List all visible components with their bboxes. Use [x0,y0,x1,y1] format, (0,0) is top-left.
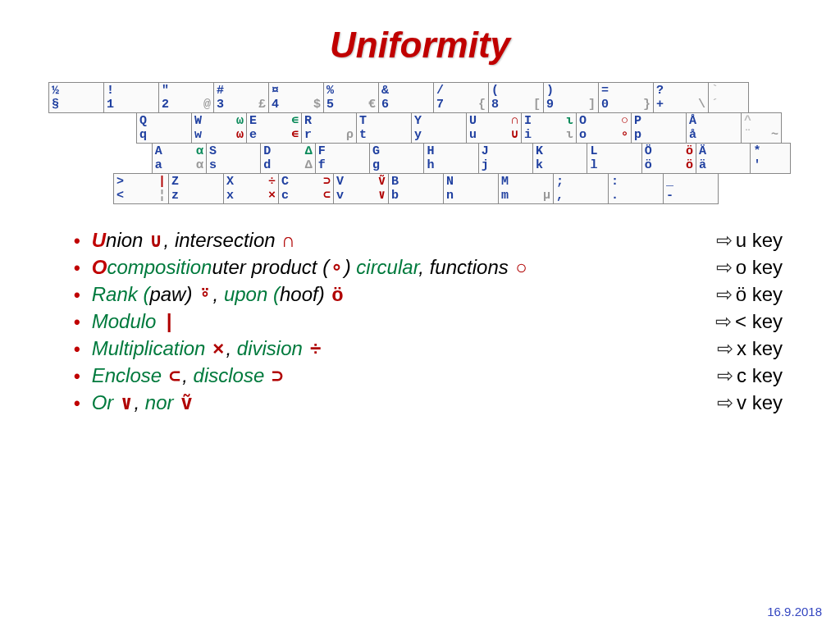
key-c: C⊃c⊂ [278,173,334,204]
key-x: :. [608,173,664,204]
key-w: Wωwω [191,112,247,144]
key-spacer [48,173,114,204]
key-1: !1 [103,82,159,113]
key-r: Rrρ [301,112,357,144]
footer-date: 16.9.2018 [767,605,822,619]
key-s: Ss [206,143,261,174]
key-q: Qq [136,112,192,144]
key-x: ^¨~ [741,112,782,144]
bullet-item: Multiplication ×, division ÷⇨x key [74,337,783,361]
key-x: ?+\ [653,82,709,113]
bullet-item: Rank (paw) ⍤, upon (hoof) ö⇨ö key [74,283,783,307]
bullet-list: Union ∪, intersection ∩⇨u keyOcompositio… [49,229,791,415]
key-x: X÷x× [223,173,279,204]
key-x: Öööö [641,143,696,174]
key-3: #3£ [213,82,269,113]
key-j: Jj [478,143,533,174]
key-z: Zz [168,173,224,204]
key-o: O○o∘ [576,112,632,144]
key-x: Ää [696,143,751,174]
key-f: Ff [315,143,370,174]
key-h: Hh [423,143,478,174]
key-6: &6 [378,82,434,113]
key-spacer [48,112,137,144]
key-x: `´ [708,82,749,113]
key-2: "2@ [158,82,214,113]
key-x: ½§ [48,82,104,113]
key-x: >|<¦ [113,173,169,204]
key-5: %5€ [323,82,379,113]
key-p: Pp [631,112,687,144]
key-e: E∊e∊ [246,112,302,144]
bullet-item: Union ∪, intersection ∩⇨u key [74,229,783,253]
key-0: =0} [598,82,654,113]
key-v: Vṽv∨ [333,173,389,204]
key-m: Mmμ [498,173,554,204]
key-x: *' [750,143,791,174]
key-n: Nn [443,173,499,204]
key-4: ¤4$ [268,82,324,113]
key-u: U∩u∪ [466,112,522,144]
key-l: Ll [587,143,641,174]
bullet-item: Enclose ⊂, disclose ⊃⇨c key [74,364,783,388]
key-a: Aαaα [152,143,207,174]
key-x: _- [663,173,719,204]
key-9: )9] [543,82,599,113]
key-x: ;, [553,173,609,204]
key-y: Yy [411,112,467,144]
bullet-item: Modulo |⇨< key [74,310,783,334]
key-g: Gg [369,143,424,174]
key-x: Åå [686,112,742,144]
key-t: Tt [356,112,412,144]
key-7: /7{ [433,82,489,113]
keyboard-layout: ½§!1"2@#3£¤4$%5€&6/7{(8[)9]=0}?+\`´QqWωw… [49,82,791,204]
bullet-item: Or ∨, nor ṽ⇨v key [74,391,783,415]
key-k: Kk [532,143,587,174]
key-i: Iιiι [521,112,577,144]
bullet-item: Ocompositionuter product (∘) circular, f… [74,256,783,280]
page-title: Uniformity [49,25,791,66]
key-d: D∆d∆ [260,143,315,174]
key-spacer [48,143,153,174]
key-b: Bb [388,173,444,204]
key-8: (8[ [488,82,544,113]
